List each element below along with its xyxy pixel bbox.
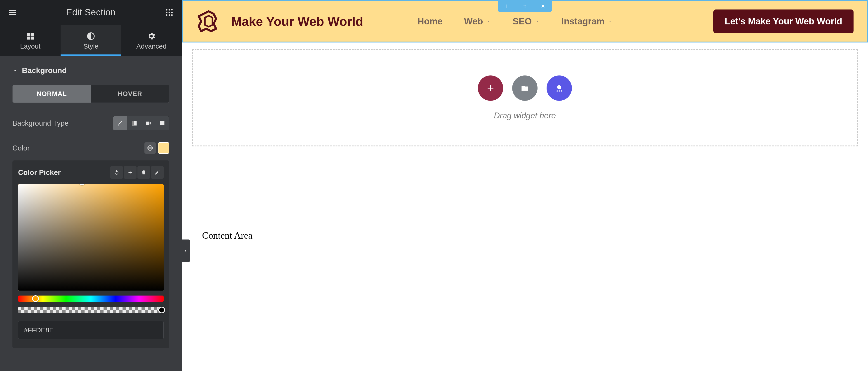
caret-down-icon (12, 68, 18, 73)
drag-hint: Drag widget here (494, 111, 556, 121)
empty-section[interactable]: Drag widget here (192, 49, 858, 146)
edit-section-button[interactable] (516, 0, 534, 12)
brand-text: Make Your Web World (231, 14, 363, 29)
svg-point-0 (166, 9, 167, 11)
panel-body: Background NORMAL HOVER Background Type … (0, 56, 182, 371)
reset-button[interactable] (110, 166, 123, 179)
nav-web[interactable]: Web (464, 16, 491, 27)
saturation-value-box[interactable] (18, 184, 164, 291)
bg-type-gradient[interactable] (127, 116, 141, 130)
globe-icon (147, 145, 153, 151)
bg-type-row: Background Type (0, 111, 182, 136)
svg-point-7 (168, 14, 170, 16)
image-icon (159, 120, 165, 126)
svg-point-1 (168, 9, 170, 11)
panel-collapse-handle[interactable] (181, 239, 190, 262)
plus-icon (504, 3, 509, 9)
site-logo[interactable] (196, 9, 221, 34)
plus-icon (127, 169, 133, 175)
svg-point-18 (557, 90, 558, 92)
content-area-label: Content Area (182, 153, 868, 241)
editor-panel: Edit Section Layout Style Advanced Backg… (0, 0, 182, 371)
tab-advanced[interactable]: Advanced (121, 25, 182, 56)
canvas: Make Your Web World Home Web SEO Instagr… (182, 0, 868, 371)
state-normal[interactable]: NORMAL (13, 85, 91, 103)
chevron-left-icon (183, 249, 187, 253)
tab-layout[interactable]: Layout (0, 25, 61, 56)
chevron-down-icon (535, 19, 540, 24)
hue-slider[interactable] (18, 296, 164, 302)
color-picker: Color Picker (12, 161, 169, 348)
bg-type-slideshow[interactable] (155, 116, 169, 130)
section-handle (498, 0, 552, 12)
state-toggle: NORMAL HOVER (0, 85, 182, 111)
background-section-header[interactable]: Background (0, 56, 182, 85)
color-swatch[interactable] (158, 142, 169, 154)
tab-advanced-label: Advanced (136, 42, 166, 50)
tab-style-label: Style (84, 42, 98, 50)
svg-point-19 (559, 90, 560, 92)
brush-icon (117, 120, 123, 126)
menu-icon[interactable] (0, 0, 25, 25)
nav-seo[interactable]: SEO (513, 16, 540, 27)
add-content-actions (478, 75, 572, 101)
global-color-button[interactable] (145, 142, 156, 154)
panel-tabs: Layout Style Advanced (0, 25, 182, 56)
svg-point-14 (524, 6, 524, 7)
delete-section-button[interactable] (534, 0, 552, 12)
svg-point-17 (557, 85, 561, 89)
svg-point-6 (166, 14, 167, 16)
cta-button[interactable]: Let's Make Your Web World (713, 9, 854, 33)
svg-rect-10 (132, 121, 134, 126)
ai-assist-button[interactable] (547, 75, 572, 101)
add-section-button[interactable] (498, 0, 516, 12)
bg-type-classic[interactable] (113, 116, 127, 130)
widgets-grid-icon[interactable] (157, 0, 182, 25)
add-swatch-button[interactable] (124, 166, 136, 179)
panel-header: Edit Section (0, 0, 182, 25)
main-nav: Home Web SEO Instagram (417, 16, 613, 27)
hue-handle[interactable] (32, 295, 39, 302)
svg-point-11 (524, 5, 524, 5)
svg-point-15 (524, 6, 525, 7)
svg-point-12 (524, 5, 525, 5)
hex-input[interactable] (18, 321, 164, 339)
folder-icon (520, 83, 530, 93)
tab-style[interactable]: Style (61, 25, 121, 56)
eyedropper-icon (154, 169, 160, 175)
panel-title: Edit Section (25, 7, 157, 18)
svg-point-3 (166, 11, 167, 13)
close-icon (540, 3, 546, 9)
eyedropper-button[interactable] (151, 166, 164, 179)
alpha-handle[interactable] (158, 307, 165, 313)
bg-type-video[interactable] (141, 116, 155, 130)
trash-icon (141, 169, 147, 175)
drag-icon (522, 3, 528, 9)
plus-icon (486, 83, 495, 93)
sparkle-icon (554, 83, 564, 93)
svg-point-16 (525, 6, 526, 7)
nav-home[interactable]: Home (417, 16, 442, 27)
chevron-down-icon (608, 19, 613, 24)
add-new-section-button[interactable] (478, 75, 503, 101)
add-template-button[interactable] (512, 75, 537, 101)
svg-point-13 (525, 5, 526, 5)
chevron-down-icon (486, 19, 491, 24)
alpha-slider[interactable] (18, 307, 164, 313)
svg-point-8 (171, 14, 173, 16)
undo-icon (114, 169, 120, 175)
color-row: Color (0, 136, 182, 161)
svg-point-2 (171, 9, 173, 11)
bg-type-label: Background Type (12, 119, 113, 128)
brand: Make Your Web World (196, 9, 363, 34)
svg-point-4 (168, 11, 170, 13)
state-hover[interactable]: HOVER (91, 85, 169, 103)
tab-layout-label: Layout (20, 42, 40, 50)
nav-instagram[interactable]: Instagram (561, 16, 613, 27)
svg-point-5 (171, 11, 173, 13)
bg-type-options (113, 116, 169, 130)
color-label: Color (12, 144, 145, 152)
svg-point-20 (561, 90, 562, 92)
delete-swatch-button[interactable] (137, 166, 150, 179)
video-icon (145, 120, 151, 126)
